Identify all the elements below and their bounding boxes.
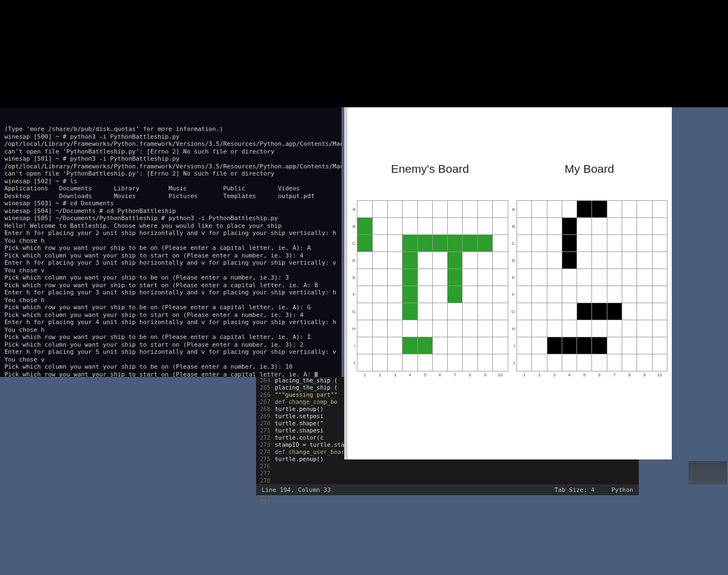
grid-cell[interactable] xyxy=(357,337,372,354)
grid-cell[interactable] xyxy=(448,252,463,269)
grid-cell[interactable] xyxy=(417,320,432,337)
grid-cell[interactable] xyxy=(372,235,387,252)
grid-cell[interactable] xyxy=(357,354,372,371)
grid-cell[interactable] xyxy=(592,303,607,320)
status-language[interactable]: Python xyxy=(611,486,633,494)
grid-cell[interactable] xyxy=(388,354,403,371)
grid-cell[interactable] xyxy=(592,286,607,303)
grid-cell[interactable] xyxy=(357,252,372,269)
grid-cell[interactable] xyxy=(417,218,432,235)
grid-cell[interactable] xyxy=(372,320,387,337)
status-tab-size[interactable]: Tab Size: 4 xyxy=(555,486,595,494)
grid-cell[interactable] xyxy=(532,218,547,235)
grid-cell[interactable] xyxy=(577,286,592,303)
grid-cell[interactable] xyxy=(448,354,463,371)
grid-cell[interactable] xyxy=(607,201,622,218)
grid-cell[interactable] xyxy=(652,201,667,218)
grid-cell[interactable] xyxy=(547,252,562,269)
grid-cell[interactable] xyxy=(388,269,403,286)
grid-cell[interactable] xyxy=(372,286,387,303)
grid-cell[interactable] xyxy=(622,354,637,371)
grid-cell[interactable] xyxy=(357,286,372,303)
grid-cell[interactable] xyxy=(417,235,432,252)
grid-cell[interactable] xyxy=(463,218,477,235)
grid-cell[interactable] xyxy=(622,320,637,337)
grid-cell[interactable] xyxy=(417,303,432,320)
grid-cell[interactable] xyxy=(592,252,607,269)
grid-cell[interactable] xyxy=(532,201,547,218)
grid-cell[interactable] xyxy=(562,218,577,235)
grid-cell[interactable] xyxy=(577,269,592,286)
grid-cell[interactable] xyxy=(448,235,463,252)
grid-cell[interactable] xyxy=(517,201,531,218)
grid-cell[interactable] xyxy=(477,269,492,286)
grid-cell[interactable] xyxy=(532,252,547,269)
grid-cell[interactable] xyxy=(477,337,492,354)
grid-cell[interactable] xyxy=(607,218,622,235)
grid-cell[interactable] xyxy=(562,269,577,286)
grid-cell[interactable] xyxy=(477,354,492,371)
grid-cell[interactable] xyxy=(463,201,477,218)
grid-cell[interactable] xyxy=(517,269,531,286)
grid-cell[interactable] xyxy=(388,218,403,235)
grid-cell[interactable] xyxy=(432,320,447,337)
grid-cell[interactable] xyxy=(388,252,403,269)
grid-cell[interactable] xyxy=(432,269,447,286)
grid-cell[interactable] xyxy=(417,269,432,286)
grid-cell[interactable] xyxy=(432,252,447,269)
grid-cell[interactable] xyxy=(493,303,508,320)
grid-cell[interactable] xyxy=(577,354,592,371)
grid-cell[interactable] xyxy=(493,354,508,371)
grid-cell[interactable] xyxy=(577,337,592,354)
grid-cell[interactable] xyxy=(388,303,403,320)
grid-cell[interactable] xyxy=(592,320,607,337)
grid-cell[interactable] xyxy=(417,201,432,218)
grid-cell[interactable] xyxy=(448,337,463,354)
grid-cell[interactable] xyxy=(622,269,637,286)
grid-cell[interactable] xyxy=(622,201,637,218)
grid-cell[interactable] xyxy=(403,337,417,354)
grid-cell[interactable] xyxy=(517,286,531,303)
grid-cell[interactable] xyxy=(517,337,531,354)
grid-cell[interactable] xyxy=(403,201,417,218)
grid-cell[interactable] xyxy=(417,337,432,354)
grid-cell[interactable] xyxy=(477,303,492,320)
grid-cell[interactable] xyxy=(592,269,607,286)
grid-cell[interactable] xyxy=(372,218,387,235)
grid-cell[interactable] xyxy=(532,320,547,337)
grid-cell[interactable] xyxy=(432,235,447,252)
grid-cell[interactable] xyxy=(592,218,607,235)
grid-cell[interactable] xyxy=(517,320,531,337)
grid-cell[interactable] xyxy=(493,201,508,218)
grid-cell[interactable] xyxy=(372,201,387,218)
grid-cell[interactable] xyxy=(357,320,372,337)
grid-cell[interactable] xyxy=(562,286,577,303)
grid-cell[interactable] xyxy=(448,320,463,337)
grid-cell[interactable] xyxy=(637,269,652,286)
grid-cell[interactable] xyxy=(477,252,492,269)
grid-cell[interactable] xyxy=(637,218,652,235)
grid-cell[interactable] xyxy=(448,218,463,235)
grid-cell[interactable] xyxy=(547,235,562,252)
grid-cell[interactable] xyxy=(622,286,637,303)
grid-cell[interactable] xyxy=(622,252,637,269)
grid-cell[interactable] xyxy=(372,252,387,269)
grid-cell[interactable] xyxy=(463,320,477,337)
grid-cell[interactable] xyxy=(477,320,492,337)
grid-cell[interactable] xyxy=(388,201,403,218)
grid-cell[interactable] xyxy=(448,303,463,320)
grid-cell[interactable] xyxy=(547,337,562,354)
grid-cell[interactable] xyxy=(532,235,547,252)
grid-cell[interactable] xyxy=(592,354,607,371)
grid-cell[interactable] xyxy=(622,337,637,354)
grid-cell[interactable] xyxy=(577,201,592,218)
grid-cell[interactable] xyxy=(562,303,577,320)
grid-cell[interactable] xyxy=(532,337,547,354)
grid-cell[interactable] xyxy=(637,201,652,218)
grid-cell[interactable] xyxy=(592,337,607,354)
grid-cell[interactable] xyxy=(403,235,417,252)
grid-cell[interactable] xyxy=(547,218,562,235)
grid-cell[interactable] xyxy=(562,252,577,269)
grid-cell[interactable] xyxy=(493,218,508,235)
grid-cell[interactable] xyxy=(577,252,592,269)
